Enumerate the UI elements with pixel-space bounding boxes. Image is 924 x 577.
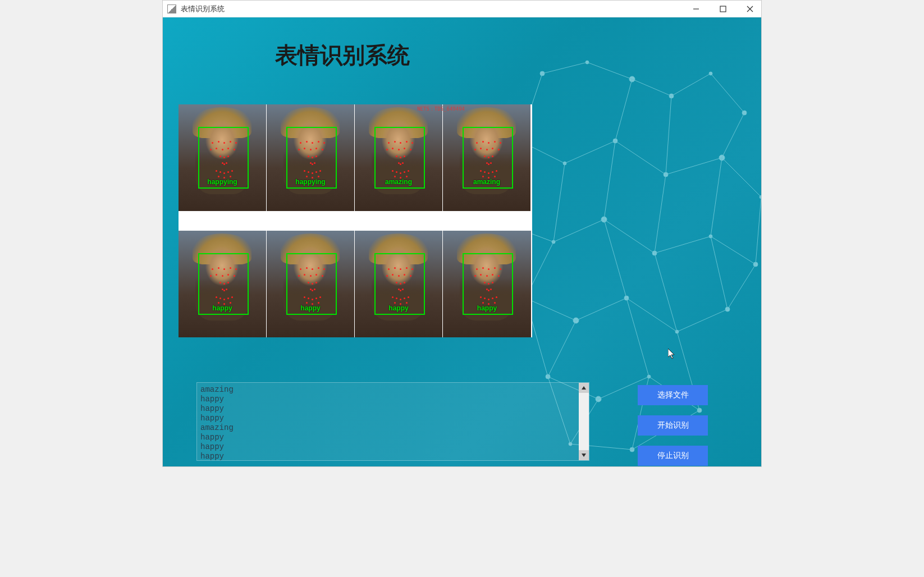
face-landmarks — [292, 135, 331, 180]
face-cell: happy — [179, 231, 267, 337]
face-cell: happying — [179, 104, 267, 211]
svg-line-64 — [604, 219, 626, 298]
face-landmarks — [380, 135, 419, 180]
svg-line-43 — [722, 158, 761, 197]
output-text: amazinghappyhappyhappyamazinghappyhappyh… — [197, 383, 579, 460]
close-button[interactable] — [743, 2, 757, 16]
row-header-right: NETS：TDS_649494 — [417, 106, 465, 113]
scroll-down-button[interactable] — [579, 450, 589, 460]
titlebar: 表情识别系统 — [163, 1, 761, 17]
svg-line-45 — [666, 96, 671, 175]
svg-rect-1 — [720, 6, 726, 12]
svg-line-36 — [671, 74, 711, 96]
output-line: happy — [200, 442, 575, 452]
face-cell: happy — [267, 231, 355, 337]
output-line: happy — [200, 404, 575, 414]
svg-line-56 — [711, 158, 722, 236]
svg-line-55 — [655, 175, 666, 253]
svg-line-52 — [711, 236, 756, 264]
face-cell: amazing — [355, 104, 443, 211]
svg-line-40 — [565, 141, 615, 163]
face-cell: amazing — [443, 104, 531, 211]
svg-line-59 — [525, 298, 576, 320]
svg-line-62 — [677, 309, 728, 332]
svg-line-65 — [655, 253, 677, 332]
svg-line-34 — [587, 62, 632, 79]
app-content: 表情识别系统 happying happying amazing amazing… — [163, 17, 761, 466]
expression-label: amazing — [355, 178, 442, 186]
minimize-button[interactable] — [689, 2, 703, 16]
face-landmarks — [204, 262, 243, 306]
svg-line-37 — [711, 74, 744, 113]
face-cell: happy — [355, 231, 443, 337]
face-landmarks — [468, 262, 507, 306]
svg-line-46 — [722, 113, 744, 158]
svg-line-44 — [615, 79, 632, 141]
output-line: amazing — [200, 423, 575, 433]
face-row-1: happying happying amazing amazingNETS：TD… — [179, 104, 532, 211]
minimize-icon — [693, 6, 699, 12]
svg-line-50 — [604, 219, 655, 253]
svg-line-61 — [626, 298, 677, 332]
svg-line-54 — [604, 141, 615, 219]
svg-line-57 — [756, 197, 761, 264]
svg-line-72 — [548, 320, 576, 377]
svg-line-35 — [632, 79, 671, 96]
expression-label: happy — [443, 304, 531, 312]
output-panel: amazinghappyhappyhappyamazinghappyhappyh… — [196, 382, 589, 461]
face-landmarks — [204, 135, 243, 180]
face-row-2: happy happy happy happy — [179, 231, 532, 337]
output-line: happy — [200, 452, 575, 460]
svg-line-51 — [655, 236, 711, 253]
select-file-button[interactable]: 选择文件 — [638, 385, 708, 405]
window-title: 表情识别系统 — [181, 4, 225, 14]
svg-line-33 — [542, 62, 587, 74]
stop-recognize-button[interactable]: 停止识别 — [638, 446, 708, 466]
scroll-up-button[interactable] — [579, 383, 589, 393]
action-buttons: 选择文件 开始识别 停止识别 — [638, 385, 708, 466]
window-controls — [689, 2, 757, 16]
output-line: happy — [200, 395, 575, 404]
face-landmarks — [380, 262, 419, 306]
output-line: amazing — [200, 385, 575, 395]
app-heading: 表情识别系统 — [275, 40, 410, 71]
maximize-icon — [720, 6, 726, 12]
output-line: happy — [200, 414, 575, 423]
mouse-cursor — [668, 349, 677, 360]
svg-line-42 — [666, 158, 722, 175]
svg-line-73 — [626, 298, 649, 377]
expression-label: happy — [267, 304, 354, 312]
face-image-grid: happying happying amazing amazingNETS：TD… — [179, 104, 532, 337]
row-gap — [179, 211, 532, 231]
output-scrollbar[interactable] — [579, 383, 589, 460]
svg-marker-81 — [582, 454, 586, 457]
chevron-down-icon — [582, 454, 586, 457]
svg-line-53 — [554, 163, 565, 242]
scroll-track[interactable] — [579, 393, 589, 450]
svg-line-49 — [554, 219, 604, 242]
svg-line-67 — [728, 264, 756, 309]
close-icon — [747, 6, 753, 12]
expression-label: happying — [267, 178, 354, 186]
svg-line-41 — [615, 141, 666, 175]
svg-line-60 — [576, 298, 626, 320]
face-landmarks — [292, 262, 331, 306]
expression-label: happy — [355, 304, 442, 312]
app-window: 表情识别系统 — [162, 0, 762, 467]
output-line: happy — [200, 433, 575, 442]
svg-line-66 — [711, 236, 728, 309]
expression-label: happying — [179, 178, 266, 186]
maximize-button[interactable] — [716, 2, 730, 16]
expression-label: amazing — [443, 178, 530, 186]
face-cell: happy — [443, 231, 531, 337]
chevron-up-icon — [582, 386, 586, 390]
svg-marker-80 — [582, 386, 586, 390]
app-icon — [167, 4, 176, 13]
expression-label: happy — [179, 304, 266, 312]
face-landmarks — [468, 135, 507, 180]
start-recognize-button[interactable]: 开始识别 — [638, 415, 708, 436]
face-cell: happying — [267, 104, 355, 211]
